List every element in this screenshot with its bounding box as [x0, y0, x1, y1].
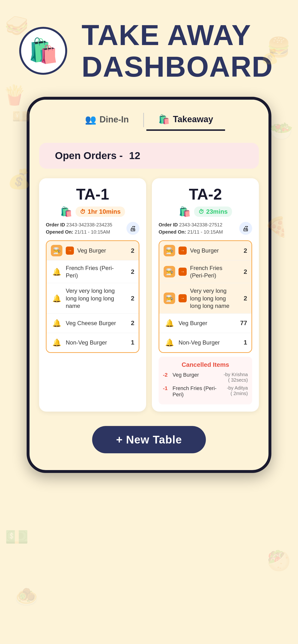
ta1-meta: 🛍️ ⏱ 1hr 10mins [46, 206, 139, 217]
ta2-arrow-3: → [179, 294, 187, 302]
open-orders-banner: Open Orders - 12 [39, 143, 259, 169]
tab-divider [143, 113, 144, 127]
ta2-item-name-3: Very very long long long long long long … [190, 287, 237, 310]
ta2-print-button[interactable]: 🖨 [239, 222, 252, 235]
ta2-item-row: 👨‍🍳 → Very very long long long long long… [159, 283, 251, 314]
ta1-item-row: 🔔 French Fries (Peri-Peri) 2 [47, 260, 139, 283]
cancelled-qty-1: -2 [163, 372, 170, 378]
ta2-chef-icon-3: 👨‍🍳 [164, 292, 175, 304]
tab-bar: 👥 Dine-In 🛍️ Takeaway [30, 100, 268, 136]
ta1-bell-icon-5: 🔔 [51, 337, 62, 348]
cancelled-name-1: Veg Burger [173, 372, 221, 378]
ta2-item-qty-5: 1 [240, 339, 247, 346]
ta1-item-name-5: Non-Veg Burger [66, 339, 124, 346]
phone-frame: 👥 Dine-In 🛍️ Takeaway Open Orders - 12 T… [27, 97, 271, 473]
cancelled-item-1: -2 Veg Burger -by Krishna( 32secs) [163, 372, 248, 383]
ta2-chef-icon-1: 👨‍🍳 [164, 245, 175, 256]
ta2-meta: 🛍️ ⏱ 23mins [159, 206, 252, 217]
tab-dine-in[interactable]: 👥 Dine-In [73, 110, 141, 130]
cancelled-section: Cancelled Items -2 Veg Burger -by Krishn… [159, 357, 252, 404]
ta2-item-row: 👨‍🍳 → French Fries (Peri-Peri) 2 [159, 260, 251, 283]
ta2-clock-icon: ⏱ [198, 208, 204, 215]
cancelled-qty-2: -1 [163, 385, 170, 392]
ta2-item-name-1: Veg Burger [190, 247, 237, 254]
ta1-item-name-1: Veg Burger [77, 247, 124, 254]
ta2-item-qty-4: 77 [240, 319, 247, 327]
ta1-bell-icon-2: 🔔 [51, 266, 62, 278]
order-card-ta1: TA-1 🛍️ ⏱ 1hr 10mins Order ID 2343-34233… [39, 178, 146, 412]
cards-container: TA-1 🛍️ ⏱ 1hr 10mins Order ID 2343-34233… [30, 174, 268, 416]
ta2-item-name-4: Veg Burger [179, 319, 237, 327]
ta2-bell-icon-5: 🔔 [164, 337, 175, 348]
dine-in-label: Dine-In [100, 114, 129, 124]
new-table-button[interactable]: + New Table [92, 426, 206, 453]
ta2-arrow-1: → [179, 246, 187, 255]
cancelled-name-2: French Fries (Peri-Peri) [173, 385, 224, 398]
open-orders-label: Open Orders - [55, 150, 123, 161]
ta1-order-details: Order ID 2343-342338-234235 Opened On: 2… [46, 221, 112, 236]
ta2-order-details: Order ID 2343-342338-27512 Opened On: 21… [159, 221, 223, 236]
phone-wrapper: 👥 Dine-In 🛍️ Takeaway Open Orders - 12 T… [0, 97, 298, 473]
cancelled-item-2: -1 French Fries (Peri-Peri) -by Aditya( … [163, 385, 248, 398]
header: 🛍️ TAKE AWAY DASHBOARD [0, 0, 298, 92]
ta1-item-name-4: Veg Cheese Burger [66, 319, 124, 327]
ta2-timer: ⏱ 23mins [194, 206, 232, 217]
ta1-item-row: 🔔 Veg Cheese Burger 2 [47, 314, 139, 333]
page-title: TAKE AWAY DASHBOARD [82, 19, 279, 82]
ta2-items-list: 👨‍🍳 → Veg Burger 2 👨‍🍳 → French Fries (P… [159, 240, 252, 353]
cancelled-by-2: -by Aditya( 2mins) [227, 385, 248, 396]
ta2-item-row: 🔔 Veg Burger 77 [159, 314, 251, 333]
ta1-item-row: 👨‍🍳 → Veg Burger 2 [47, 241, 139, 260]
ta2-arrow-2: → [179, 268, 187, 276]
takeaway-label: Takeaway [173, 114, 213, 124]
ta2-item-qty-3: 2 [240, 295, 247, 302]
ta1-arrow-1: → [66, 246, 74, 255]
ta1-item-row: 🔔 Very very long long long long long lon… [47, 283, 139, 314]
ta1-timer-text: 1hr 10mins [88, 208, 120, 216]
ta1-bag-icon: 🛍️ [60, 206, 72, 217]
ta2-item-qty-1: 2 [240, 247, 247, 254]
ta1-item-name-3: Very very long long long long long long … [66, 287, 124, 310]
takeaway-icon: 🛍️ [158, 114, 170, 124]
title-block: TAKE AWAY DASHBOARD [82, 19, 279, 82]
ta2-item-name-5: Non-Veg Burger [179, 339, 237, 346]
ta1-bell-icon-4: 🔔 [51, 318, 62, 329]
ta1-print-button[interactable]: 🖨 [126, 222, 139, 235]
logo-circle: 🛍️ [19, 27, 67, 75]
ta1-timer: ⏱ 1hr 10mins [76, 206, 125, 217]
ta2-item-row: 🔔 Non-Veg Burger 1 [159, 333, 251, 352]
ta2-bell-icon-4: 🔔 [164, 318, 175, 329]
ta1-clock-icon: ⏱ [80, 208, 86, 215]
ta1-title: TA-1 [46, 186, 139, 203]
ta2-timer-text: 23mins [206, 208, 228, 216]
new-table-btn-wrapper: + New Table [30, 416, 268, 460]
ta2-title: TA-2 [159, 186, 252, 203]
ta2-item-row: 👨‍🍳 → Veg Burger 2 [159, 241, 251, 260]
logo-icon: 🛍️ [28, 37, 58, 65]
ta2-bag-icon: 🛍️ [179, 206, 191, 217]
ta1-item-name-2: French Fries (Peri-Peri) [66, 264, 124, 279]
tab-takeaway[interactable]: 🛍️ Takeaway [146, 109, 225, 131]
ta2-item-qty-2: 2 [240, 268, 247, 276]
ta1-chef-icon-1: 👨‍🍳 [51, 245, 62, 256]
ta1-item-row: 🔔 Non-Veg Burger 1 [47, 333, 139, 352]
ta1-bell-icon-3: 🔔 [51, 292, 62, 304]
ta1-item-qty-3: 2 [127, 295, 134, 302]
cancelled-title: Cancelled Items [163, 361, 248, 368]
open-orders-count: 12 [129, 150, 140, 161]
ta2-item-name-2: French Fries (Peri-Peri) [190, 264, 237, 279]
ta1-items-list: 👨‍🍳 → Veg Burger 2 🔔 French Fries (Peri-… [46, 240, 139, 353]
ta1-item-qty-1: 2 [127, 247, 134, 254]
cancelled-by-1: -by Krishna( 32secs) [224, 372, 248, 383]
ta1-item-qty-5: 1 [127, 339, 134, 346]
ta1-item-qty-2: 2 [127, 268, 134, 276]
ta2-order-info: Order ID 2343-342338-27512 Opened On: 21… [159, 221, 252, 236]
order-card-ta2: TA-2 🛍️ ⏱ 23mins Order ID 2343-342338-27… [152, 178, 259, 412]
ta1-order-info: Order ID 2343-342338-234235 Opened On: 2… [46, 221, 139, 236]
ta1-item-qty-4: 2 [127, 319, 134, 327]
dine-in-icon: 👥 [85, 114, 96, 125]
ta2-chef-icon-2: 👨‍🍳 [164, 266, 175, 278]
